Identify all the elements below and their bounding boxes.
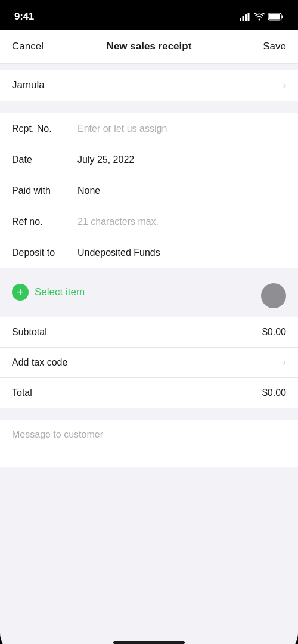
rcpt-row[interactable]: Rcpt. No. Enter or let us assign <box>0 113 298 144</box>
paid-with-label: Paid with <box>12 185 77 196</box>
deposit-to-row[interactable]: Deposit to Undeposited Funds <box>0 237 298 268</box>
select-item-row[interactable]: + Select item <box>12 284 286 301</box>
form-section: Rcpt. No. Enter or let us assign Date Ju… <box>0 113 298 268</box>
plus-icon: + <box>17 286 24 298</box>
svg-rect-1 <box>243 16 244 21</box>
svg-rect-2 <box>245 14 247 21</box>
chevron-right-icon: › <box>283 80 286 91</box>
section-gap-2 <box>0 101 298 107</box>
date-value: July 25, 2022 <box>77 154 286 165</box>
paid-with-row[interactable]: Paid with None <box>0 175 298 206</box>
tax-chevron-right-icon: › <box>283 357 286 368</box>
nav-header: Cancel New sales receipt Save <box>0 30 298 64</box>
save-button[interactable]: Save <box>250 41 286 52</box>
subtotal-value: $0.00 <box>262 327 286 338</box>
status-bar: 9:41 <box>0 0 298 30</box>
ref-no-input[interactable]: 21 characters max. <box>77 216 286 227</box>
battery-icon <box>268 13 284 21</box>
items-section: + Select item <box>0 274 298 317</box>
customer-row[interactable]: Jamula › <box>0 70 298 101</box>
deposit-to-label: Deposit to <box>12 247 77 258</box>
page-title: New sales receipt <box>48 41 250 52</box>
customer-name: Jamula <box>12 79 45 91</box>
svg-rect-5 <box>269 14 280 20</box>
svg-rect-6 <box>282 16 284 18</box>
ref-no-label: Ref no. <box>12 216 77 227</box>
main-content: Cancel New sales receipt Save Jamula › R… <box>0 30 298 644</box>
total-label: Total <box>12 388 32 398</box>
total-row: Total $0.00 <box>0 378 298 408</box>
add-tax-code-row[interactable]: Add tax code › <box>0 348 298 378</box>
subtotal-row: Subtotal $0.00 <box>0 317 298 348</box>
section-gap-1 <box>0 64 298 70</box>
date-row[interactable]: Date July 25, 2022 <box>0 144 298 175</box>
signal-icon <box>240 13 250 21</box>
home-indicator <box>113 641 185 644</box>
subtotal-label: Subtotal <box>12 327 47 338</box>
add-item-button[interactable]: + <box>12 284 29 301</box>
total-value: $0.00 <box>262 388 286 398</box>
rcpt-label: Rcpt. No. <box>12 123 77 134</box>
message-section[interactable]: Message to customer <box>0 420 298 467</box>
svg-rect-3 <box>248 13 250 21</box>
message-input[interactable]: Message to customer <box>12 429 103 439</box>
paid-with-value: None <box>77 185 286 196</box>
section-gap-3 <box>0 408 298 414</box>
drag-handle[interactable] <box>261 283 286 308</box>
date-label: Date <box>12 154 77 165</box>
select-item-label[interactable]: Select item <box>35 286 85 298</box>
totals-section: Subtotal $0.00 Add tax code › Total $0.0… <box>0 317 298 408</box>
deposit-to-value: Undeposited Funds <box>77 247 286 258</box>
phone-shell: 9:41 <box>0 0 298 644</box>
cancel-button[interactable]: Cancel <box>12 41 48 52</box>
add-tax-code-label: Add tax code <box>12 357 67 368</box>
section-gap-4 <box>0 467 298 587</box>
status-time: 9:41 <box>14 11 34 23</box>
rcpt-input[interactable]: Enter or let us assign <box>77 123 286 134</box>
status-icons <box>240 13 284 21</box>
svg-rect-0 <box>240 18 241 21</box>
ref-no-row[interactable]: Ref no. 21 characters max. <box>0 206 298 237</box>
bottom-area <box>0 587 298 644</box>
wifi-icon <box>254 13 265 21</box>
